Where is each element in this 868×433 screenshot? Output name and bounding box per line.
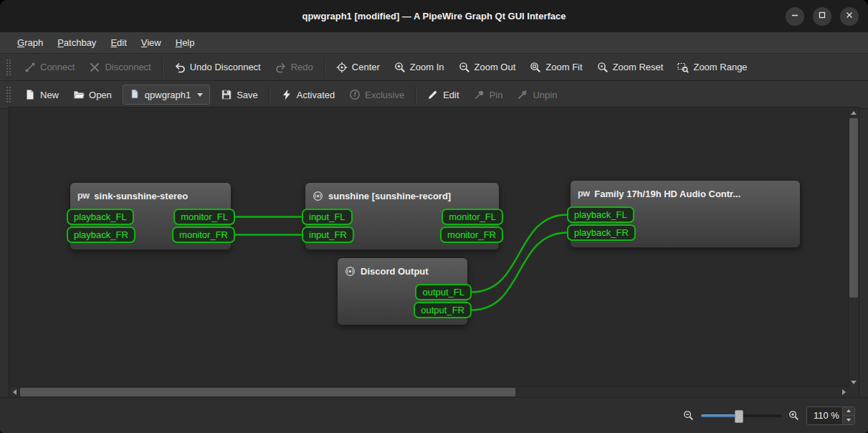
node-title: sink-sunshine-stereo bbox=[94, 191, 188, 201]
port-playback_FR[interactable]: playback_FR bbox=[67, 227, 135, 243]
zoom-fit-label: Zoom Fit bbox=[545, 62, 582, 72]
open-folder-icon bbox=[73, 89, 85, 100]
scroll-down-arrow[interactable] bbox=[849, 377, 859, 387]
save-icon bbox=[221, 89, 232, 100]
activated-button[interactable]: Activated bbox=[275, 85, 341, 104]
new-file-icon bbox=[24, 89, 36, 100]
undo-disconnect-button[interactable]: Undo Disconnect bbox=[168, 58, 267, 77]
pin-label: Pin bbox=[490, 90, 503, 100]
pin-icon bbox=[474, 89, 485, 100]
port-monitor_FL[interactable]: monitor_FL bbox=[442, 209, 503, 225]
minimize-button[interactable] bbox=[786, 7, 804, 26]
patchbay-combo-value: qpwgraph1 bbox=[145, 90, 191, 100]
circled-f-icon: f bbox=[349, 89, 361, 100]
lightning-bolt-icon bbox=[281, 89, 292, 100]
zoom-range-icon bbox=[677, 62, 689, 73]
menu-patchbay[interactable]: Patchbay bbox=[50, 34, 103, 51]
port-playback_FR[interactable]: playback_FR bbox=[567, 224, 636, 241]
zoom-reset-label: Zoom Reset bbox=[613, 62, 664, 72]
port-monitor_FR[interactable]: monitor_FR bbox=[172, 227, 235, 243]
node-title: Discord Output bbox=[361, 266, 429, 277]
zoom-spin-up-button[interactable] bbox=[843, 407, 854, 417]
open-button[interactable]: Open bbox=[67, 85, 118, 104]
disconnect-label: Disconnect bbox=[105, 62, 151, 72]
node-sunshine[interactable]: sunshine [sunshine-record]input_FLmonito… bbox=[305, 182, 500, 250]
redo-label: Redo bbox=[291, 62, 313, 72]
zoom-fit-button[interactable]: Zoom Fit bbox=[523, 58, 588, 77]
maximize-button[interactable] bbox=[813, 7, 831, 26]
vertical-scrollbar[interactable] bbox=[848, 108, 859, 387]
toolbar-handle[interactable] bbox=[6, 60, 11, 75]
zoom-reset-icon bbox=[597, 62, 609, 73]
zoom-spin-down-button[interactable] bbox=[843, 416, 854, 424]
zoom-slider-handle[interactable] bbox=[735, 410, 743, 423]
zoom-spinbox[interactable]: 110 % bbox=[806, 406, 855, 425]
close-button[interactable] bbox=[840, 7, 859, 26]
zoom-slider[interactable] bbox=[701, 409, 781, 422]
horizontal-scrollbar[interactable] bbox=[9, 386, 849, 397]
close-icon bbox=[844, 9, 855, 23]
zoom-reset-button[interactable]: Zoom Reset bbox=[591, 58, 670, 77]
menu-graph[interactable]: Graph bbox=[10, 34, 50, 51]
maximize-icon bbox=[816, 9, 828, 23]
zoom-in-small-icon bbox=[788, 410, 799, 421]
port-row: output_FR bbox=[338, 301, 467, 319]
titlebar: qpwgraph1 [modified] — A PipeWire Graph … bbox=[0, 0, 868, 32]
window-title: qpwgraph1 [modified] — A PipeWire Graph … bbox=[302, 11, 566, 22]
unpin-button[interactable]: Unpin bbox=[510, 85, 563, 104]
node-title: sunshine [sunshine-record] bbox=[328, 191, 451, 201]
zoom-out-button[interactable]: Zoom Out bbox=[452, 58, 523, 77]
edit-button[interactable]: Edit bbox=[421, 85, 465, 104]
node-family-audio[interactable]: pwFamily 17h/19h HD Audio Contr...playba… bbox=[570, 180, 801, 248]
center-button[interactable]: Center bbox=[330, 58, 386, 77]
port-row: playback_FR bbox=[571, 224, 800, 242]
save-button[interactable]: Save bbox=[214, 85, 264, 104]
port-output_FL[interactable]: output_FL bbox=[415, 284, 472, 300]
port-input_FL[interactable]: input_FL bbox=[302, 209, 353, 225]
app-window: qpwgraph1 [modified] — A PipeWire Graph … bbox=[0, 0, 868, 433]
zoom-in-button[interactable]: Zoom In bbox=[388, 58, 451, 77]
port-playback_FL[interactable]: playback_FL bbox=[567, 206, 634, 223]
redo-button[interactable]: Redo bbox=[269, 58, 320, 77]
zoom-range-button[interactable]: Zoom Range bbox=[671, 58, 753, 77]
exclusive-label: Exclusive bbox=[365, 90, 404, 100]
port-input_FR[interactable]: input_FR bbox=[302, 227, 354, 243]
scroll-left-arrow[interactable] bbox=[9, 387, 19, 397]
pencil-icon bbox=[427, 89, 439, 100]
toolbar-separator bbox=[324, 59, 325, 76]
port-monitor_FR[interactable]: monitor_FR bbox=[440, 227, 503, 243]
undo-icon bbox=[174, 62, 186, 73]
patchbay-combobox[interactable]: qpwgraph1 bbox=[123, 85, 210, 105]
scrollbar-corner bbox=[849, 387, 859, 397]
open-label: Open bbox=[89, 90, 112, 100]
toolbar-separator bbox=[162, 59, 163, 76]
port-playback_FL[interactable]: playback_FL bbox=[67, 209, 134, 225]
port-row: input_FLmonitor_FL bbox=[305, 208, 499, 226]
menu-view[interactable]: View bbox=[134, 34, 168, 51]
new-button[interactable]: New bbox=[18, 85, 65, 104]
vertical-scrollbar-thumb[interactable] bbox=[849, 118, 858, 298]
unpin-label: Unpin bbox=[533, 90, 557, 100]
graph-canvas[interactable]: pwsink-sunshine-stereoplayback_FLmonitor… bbox=[9, 108, 849, 387]
menu-edit[interactable]: Edit bbox=[103, 34, 133, 51]
connect-button[interactable]: Connect bbox=[18, 58, 81, 77]
toolbar-handle[interactable] bbox=[6, 87, 11, 103]
scroll-up-arrow[interactable] bbox=[849, 108, 859, 118]
port-row: playback_FRmonitor_FR bbox=[70, 226, 231, 244]
node-discord-output[interactable]: Discord Outputoutput_FLoutput_FR bbox=[337, 257, 468, 325]
scroll-right-arrow[interactable] bbox=[839, 387, 849, 397]
zoom-controls: 110 % bbox=[683, 406, 855, 425]
zoom-in-label: Zoom In bbox=[410, 62, 444, 72]
port-monitor_FL[interactable]: monitor_FL bbox=[173, 209, 235, 225]
horizontal-scrollbar-thumb[interactable] bbox=[20, 388, 515, 396]
edit-label: Edit bbox=[443, 90, 459, 100]
exclusive-button[interactable]: f Exclusive bbox=[343, 85, 411, 104]
disconnect-button[interactable]: Disconnect bbox=[82, 58, 157, 77]
port-output_FR[interactable]: output_FR bbox=[414, 302, 472, 318]
new-label: New bbox=[40, 90, 59, 100]
node-sink-sunshine-stereo[interactable]: pwsink-sunshine-stereoplayback_FLmonitor… bbox=[70, 182, 232, 250]
zoom-out-label: Zoom Out bbox=[474, 62, 516, 72]
menu-help[interactable]: Help bbox=[168, 34, 202, 51]
pin-button[interactable]: Pin bbox=[467, 85, 510, 104]
connect-icon bbox=[24, 62, 36, 73]
